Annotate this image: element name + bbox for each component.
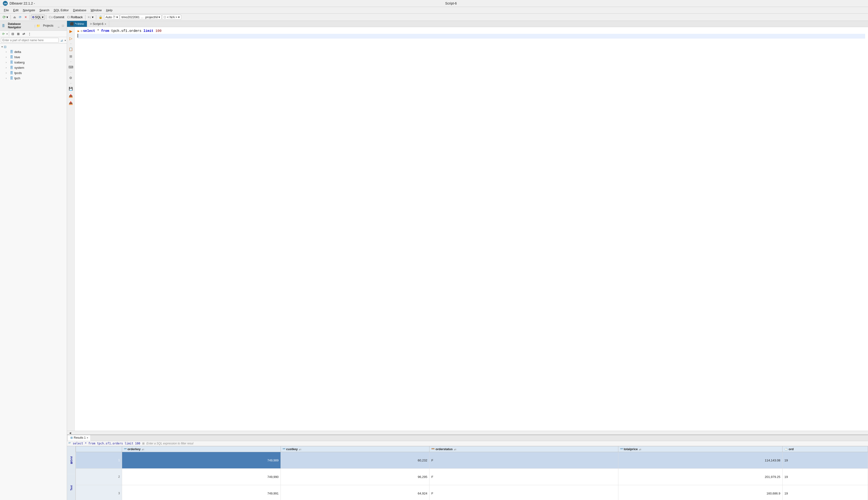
settings-btn[interactable]: ⚙ [68, 75, 74, 81]
th-orderkey-filter[interactable]: ⊿↕ [141, 448, 144, 451]
tree-item-delta[interactable]: › 🗄 delta [6, 49, 67, 54]
reconnect-button[interactable]: ⟳ [18, 15, 23, 20]
sql-line-1: ▶ ⊖ select * from tpch.sf1.orders limit … [78, 29, 865, 34]
th-custkey-filter[interactable]: ⊿↕ [298, 448, 302, 451]
th-orderkey[interactable]: ¹²³ orderkey ⊿↕ [122, 446, 281, 452]
schema-dropdown[interactable]: ⊡ < N/A > ▾ [162, 15, 181, 20]
run-statement-btn[interactable]: ▷ [68, 35, 74, 42]
stop-button[interactable]: ✕ [23, 15, 28, 20]
sql-star: * [95, 29, 101, 33]
menu-database[interactable]: Database [71, 8, 88, 13]
cell-orderdate-2: 19 [782, 469, 868, 485]
nav-refresh-btn[interactable]: ⟳ [1, 32, 6, 36]
db-icon-tpcds: 🗄 [10, 71, 13, 75]
th-orderdate[interactable]: 🕐 ord [782, 446, 868, 452]
grid-label[interactable]: ⊞ Grid [67, 446, 75, 474]
nav-dropdown-arrow: ▾ [7, 33, 8, 35]
stop-icon: ✕ [24, 15, 27, 19]
results-filter: Enter a SQL expression to filter resul [146, 442, 193, 445]
editor-area: ▶ ▷ ··· 📋 ⊞ ··· ⌨ ··· ⚙ ··· 💾 📤 📥 ▶ ⊖ s [67, 27, 868, 431]
th-custkey[interactable]: ¹²³ custkey ⊿↕ [281, 446, 429, 452]
tree-item-hive[interactable]: › 🗄 hive [6, 54, 67, 60]
rollback-button[interactable]: Ci Rollback [66, 15, 84, 20]
app-logo: DB [3, 1, 8, 6]
table-row[interactable]: 3 749,991 64,924 F 160,686.9 19 [76, 485, 868, 500]
tab-script-6[interactable]: > Script-6 × [87, 21, 109, 27]
keyword-from: from [101, 29, 109, 33]
results-tab-label: Results 1 [74, 436, 86, 439]
table-row[interactable]: 1 749,989 60,232 F 114,143.08 19 [76, 452, 868, 469]
sql-icon: ⎋ [32, 15, 34, 19]
tab-db-navigator[interactable]: Database Navigator [6, 22, 34, 30]
tab-trino[interactable]: ⬛ *<trino [67, 21, 87, 27]
disconnect-button[interactable]: ⏏ [12, 15, 17, 20]
maximize-btn[interactable]: □ [61, 24, 65, 27]
menu-file[interactable]: File [2, 8, 11, 13]
th-orderstatus-filter[interactable]: ⊿↕ [454, 448, 457, 451]
cell-totalprice-3: 160,686.9 [618, 485, 782, 500]
chevron-hive: › [6, 56, 9, 58]
connect-button[interactable]: ⟳ ▾ [1, 14, 9, 20]
projects-icon: 📁 [36, 24, 40, 27]
th-orderkey-label: orderkey [127, 447, 141, 451]
tree-area: ▾ ⊡ › 🗄 delta › 🗄 hive › 🗄 icebe [0, 44, 67, 500]
tree-item-tpcds[interactable]: › 🗄 tpcds [6, 70, 67, 76]
tab-close-btn[interactable]: × [105, 23, 106, 25]
minimize-btn[interactable]: _ [57, 24, 61, 27]
menu-help[interactable]: Help [104, 8, 115, 13]
row-labels: ⊞ Grid Text [67, 446, 75, 500]
auto-dropdown[interactable]: Auto ⏱ ▾ [104, 15, 120, 20]
tree-item-label-delta: delta [14, 50, 21, 54]
menu-window[interactable]: Window [89, 8, 104, 13]
grid-btn[interactable]: ⊞ [68, 53, 74, 59]
results-query: select * from tpch.sf1.orders limit 100 [73, 442, 140, 445]
th-rownum [76, 446, 122, 452]
nav-expand-btn[interactable]: ⊞ [16, 32, 21, 36]
menu-navigate[interactable]: Navigate [21, 8, 37, 13]
results-tab-close[interactable]: × [87, 436, 88, 439]
tab-projects[interactable]: Projects [41, 23, 55, 28]
import-btn[interactable]: 📥 [68, 100, 74, 106]
save-btn[interactable]: 💾 [68, 86, 74, 92]
filter-btn[interactable]: ⊿ [59, 38, 64, 43]
root-collapse-icon[interactable]: ▾ [1, 45, 3, 48]
th-totalprice[interactable]: ¹²³ totalprice ⊿↕ [618, 446, 782, 452]
explain-btn[interactable]: 📋 [68, 46, 74, 52]
scroll-left-btn[interactable]: ◄ [67, 431, 73, 435]
format-dropdown: ▾ [92, 15, 94, 19]
cell-orderdate-3: 19 [782, 485, 868, 500]
tree-item-tpch[interactable]: › 🗄 tpch [6, 76, 67, 81]
terminal-btn[interactable]: ⌨ [68, 64, 74, 70]
tree-item-label-iceberg: iceberg [14, 61, 25, 64]
sql-editor[interactable]: ▶ ⊖ select * from tpch.sf1.orders limit … [75, 27, 868, 431]
run-script-btn[interactable]: ▶ [68, 28, 74, 34]
sql-label: SQL [35, 15, 41, 19]
menu-edit[interactable]: Edit [11, 8, 20, 13]
tree-item-label-system: system [14, 66, 24, 69]
menu-sql-editor[interactable]: SQL Editor [52, 8, 71, 13]
cell-orderdate-1: 19 [782, 452, 868, 469]
results-panel: ⊞ Results 1 × ⁴ᵀ select * from tpch.sf1.… [67, 435, 868, 500]
search-input[interactable] [1, 38, 59, 43]
commit-button[interactable]: Co Commit [48, 15, 65, 20]
tree-item-system[interactable]: › 🗄 system [6, 65, 67, 70]
sql-button[interactable]: ⎋ SQL ▾ [31, 15, 45, 20]
nav-link-btn[interactable]: ⇄ [21, 32, 26, 36]
sep [9, 31, 9, 36]
text-label[interactable]: Text [67, 474, 75, 500]
data-table-wrapper: ⊞ Grid Text ¹²³ orderkey [67, 446, 868, 500]
chevron-system: › [6, 66, 9, 69]
th-orderstatus[interactable]: ᴬᴮᶜ orderstatus ⊿↕ [429, 446, 618, 452]
connection-dropdown[interactable]: trino2022081 … .projecthil ▾ [120, 15, 162, 20]
format-button[interactable]: ≡↕ ▾ [87, 15, 95, 20]
th-totalprice-filter[interactable]: ⊿↕ [639, 448, 642, 451]
menu-search[interactable]: Search [38, 8, 51, 13]
lock-button[interactable]: 🔒 [97, 15, 104, 20]
export-btn[interactable]: 📤 [68, 93, 74, 99]
table-row[interactable]: 2 749,990 96,295 F 201,979.25 19 [76, 469, 868, 485]
auto-label: Auto [106, 15, 112, 19]
nav-more-btn[interactable]: ⋮ [27, 32, 32, 36]
results-tab-1[interactable]: ⊞ Results 1 × [68, 435, 91, 441]
nav-collapse-btn[interactable]: ⊟ [10, 32, 15, 36]
tree-item-iceberg[interactable]: › 🗄 iceberg [6, 60, 67, 65]
